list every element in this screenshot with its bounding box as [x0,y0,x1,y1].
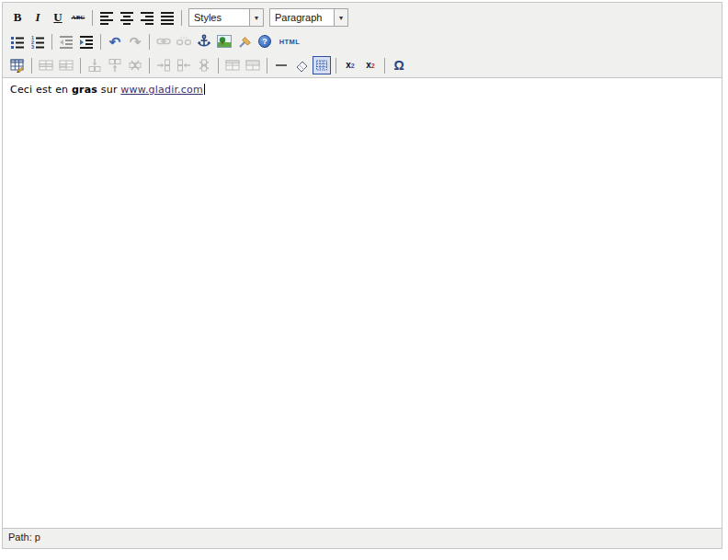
horizontal-rule-button[interactable] [272,56,290,74]
undo-icon: ↶ [109,35,121,49]
editor-content-area[interactable]: Ceci est en gras sur www.gladir.com [3,77,722,529]
strikethrough-button[interactable]: ABC [69,8,87,27]
align-left-button[interactable] [97,8,116,27]
subscript-icon: x2 [346,61,354,70]
toolbar-separator [51,34,52,50]
align-right-button[interactable] [138,8,156,27]
table-cell-properties-button [57,56,75,74]
horizontal-rule-icon [274,58,289,73]
split-cells-button [223,56,242,74]
insert-row-before-button [85,56,104,74]
table-row-properties-icon [39,58,53,73]
toolbar-separator [92,10,93,26]
align-justify-icon [160,10,175,25]
anchor-button[interactable] [195,32,213,51]
undo-button[interactable]: ↶ [106,32,124,51]
toolbar-separator [80,58,81,74]
status-bar: Path: p [3,529,722,547]
rich-text-editor: B I U ABC [2,2,722,549]
toolbar-separator [100,34,101,50]
unlink-icon [176,34,191,49]
bold-text-run: gras [72,84,97,96]
text-run: sur [97,84,120,96]
cleanup-button[interactable] [235,32,254,51]
superscript-icon: x2 [366,61,374,70]
insert-row-after-button [106,56,124,74]
image-button[interactable] [215,32,233,51]
superscript-button[interactable]: x2 [361,56,380,74]
insert-column-before-icon [156,58,171,73]
toolbar-separator [336,58,336,74]
align-center-button[interactable] [118,8,136,27]
outdent-button [57,32,75,51]
subscript-digit: 2 [351,63,355,69]
toolbar-separator [181,10,182,26]
format-select[interactable]: Paragraph ▾ [269,8,348,27]
indent-button[interactable] [77,32,96,51]
align-center-icon [119,10,134,25]
unlink-button [175,32,193,51]
redo-icon: ↷ [130,35,142,49]
strikethrough-icon: ABC [72,14,85,21]
subscript-button[interactable]: x2 [341,56,359,74]
redo-button: ↷ [126,32,144,51]
cleanup-brush-icon [237,34,252,49]
bullet-list-icon [10,34,25,49]
italic-button[interactable]: I [28,8,47,27]
numbered-list-button[interactable]: 123 [28,32,47,51]
delete-column-icon [197,58,211,73]
content-link[interactable]: www.gladir.com [120,84,203,96]
toolbar-row-1: B I U ABC [3,6,722,29]
image-icon [217,34,232,49]
toolbar-row-3: x2 x2 Ω [3,53,722,77]
anchor-icon [197,34,211,49]
insert-row-after-icon [108,58,122,73]
element-path: Path: p [8,531,40,543]
special-character-button[interactable]: Ω [390,56,408,74]
bold-button[interactable]: B [8,8,27,27]
chevron-down-icon[interactable]: ▾ [249,9,263,26]
outdent-icon [59,34,74,49]
styles-select[interactable]: Styles ▾ [188,8,264,27]
split-cells-icon [225,58,240,73]
text-caret [204,84,205,95]
insert-table-icon [10,58,25,73]
insert-column-after-icon [176,58,191,73]
delete-column-button [195,56,213,74]
indent-icon [79,34,94,49]
html-source-icon: HTML [279,38,300,46]
bullet-list-button[interactable] [8,32,27,51]
align-justify-button[interactable] [158,8,176,27]
remove-format-button[interactable] [292,56,311,74]
underline-icon: U [53,10,62,25]
visual-aid-toggle[interactable] [313,56,331,74]
table-row-properties-button [37,56,55,74]
underline-button[interactable]: U [49,8,67,27]
delete-row-button [126,56,144,74]
help-button[interactable]: ? [256,32,274,51]
toolbar-separator [31,58,32,74]
toolbar-separator [267,58,267,74]
html-source-button[interactable]: HTML [276,32,303,51]
merge-cells-icon [245,58,260,73]
superscript-digit: 2 [371,63,375,69]
table-cell-properties-icon [59,58,74,73]
toolbar-separator [149,34,150,50]
omega-icon: Ω [393,59,404,72]
insert-column-after-button [175,56,193,74]
text-run: Ceci est en [10,84,72,96]
styles-select-value: Styles [189,12,249,23]
link-button [154,32,173,51]
bold-icon: B [14,10,22,25]
delete-row-icon [128,58,142,73]
insert-row-before-icon [87,58,102,73]
insert-table-button[interactable] [8,56,27,74]
paragraph: Ceci est en gras sur www.gladir.com [10,84,714,96]
toolbar-separator [218,58,219,74]
chevron-down-icon[interactable]: ▾ [334,9,347,26]
help-icon: ? [258,35,271,48]
align-left-icon [99,10,114,25]
numbered-list-icon: 123 [30,34,45,49]
toolbar-separator [149,58,150,74]
visual-aid-grid-icon [314,58,329,73]
